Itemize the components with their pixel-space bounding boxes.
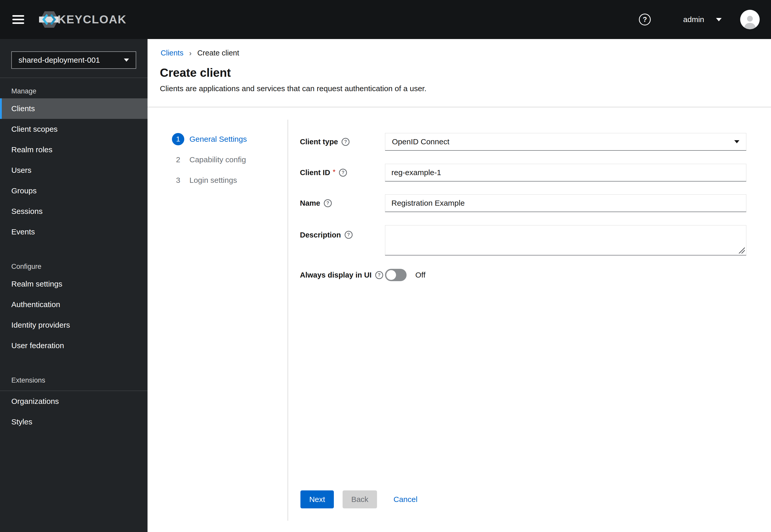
always-display-label: Always display in UI [300,271,372,279]
name-label: Name [300,199,320,207]
page-subtitle: Clients are applications and services th… [160,84,426,93]
always-display-row: Always display in UI ? Off [300,269,746,281]
caret-down-icon [124,59,129,62]
brand-wordmark: KEYCLOAK [58,13,127,26]
client-id-row: Client ID * ? [300,164,746,182]
realm-selector[interactable]: shared-deployment-001 [11,51,136,69]
client-type-label: Client type [300,138,338,146]
masthead: KEYCLOAK ? admin [0,0,771,39]
sidebar-item-sessions[interactable]: Sessions [0,201,147,222]
required-asterisk: * [333,168,336,176]
wizard-step-login-settings: 3 Login settings [172,170,237,191]
keycloak-admin-console: KEYCLOAK ? admin shared-deployment-001 [0,0,771,532]
client-type-select[interactable]: OpenID Connect [385,133,746,151]
client-type-label-group: Client type ? [300,133,385,151]
cancel-link[interactable]: Cancel [393,495,417,504]
realm-selector-value: shared-deployment-001 [18,56,100,64]
sidebar-item-realm-settings[interactable]: Realm settings [0,274,147,294]
user-menu-dropdown[interactable]: admin [683,15,722,24]
masthead-utilities: ? admin [639,10,760,29]
description-row: Description ? [300,225,746,255]
breadcrumb: Clients › Create client [160,49,239,57]
client-type-selected-value: OpenID Connect [392,137,449,146]
user-avatar-icon [742,14,758,29]
next-button[interactable]: Next [301,490,334,508]
brand-logo: KEYCLOAK [39,8,127,31]
sidebar-item-styles[interactable]: Styles [0,412,147,432]
client-id-label: Client ID [300,168,330,177]
description-label: Description [300,231,341,239]
help-icon: ? [643,16,647,24]
nav-toggle-button[interactable] [12,15,24,24]
caret-down-icon [716,18,722,21]
caret-down-icon [734,140,739,143]
nav-section-title: Manage [0,78,147,98]
wizard-footer-actions: Next Back Cancel [301,490,417,508]
always-display-toggle[interactable] [385,269,407,281]
username-label: admin [683,15,704,24]
hamburger-icon [12,15,24,17]
sidebar-item-groups[interactable]: Groups [0,181,147,201]
nav-section-configure: Configure Realm settings Authentication … [0,242,147,356]
step-number: 2 [172,155,184,164]
help-icon[interactable]: ? [339,169,347,177]
help-button[interactable]: ? [639,14,651,25]
nav-section-title: Configure [0,242,147,274]
step-label: General Settings [189,135,247,144]
main-content: Clients › Create client Create client Cl… [147,39,771,532]
breadcrumb-clients-link[interactable]: Clients [160,49,183,57]
always-display-label-group: Always display in UI ? [300,269,385,281]
step-number: 3 [172,176,184,185]
step-label: Login settings [189,176,237,185]
wizard-step-general-settings[interactable]: 1 General Settings [172,129,247,149]
sidebar-item-user-federation[interactable]: User federation [0,335,147,356]
sidebar-item-events[interactable]: Events [0,222,147,242]
help-icon[interactable]: ? [375,271,383,279]
name-row: Name ? [300,194,746,212]
name-label-group: Name ? [300,194,385,212]
description-label-group: Description ? [300,225,385,255]
nav-section-title: Extensions [0,356,147,391]
page-header-divider [147,107,771,107]
chevron-right-icon: › [189,49,192,57]
page-title: Create client [160,66,231,80]
name-input[interactable] [385,194,746,212]
help-icon[interactable]: ? [345,231,353,239]
client-type-row: Client type ? OpenID Connect [300,133,746,151]
breadcrumb-current: Create client [198,49,239,57]
wizard-step-capability-config: 2 Capability config [172,149,246,170]
avatar[interactable] [740,10,760,29]
client-id-input[interactable] [385,164,746,182]
toggle-state-label: Off [415,271,425,279]
help-icon[interactable]: ? [342,138,350,146]
sidebar-item-authentication[interactable]: Authentication [0,294,147,315]
help-icon[interactable]: ? [324,199,332,207]
sidebar-item-client-scopes[interactable]: Client scopes [0,119,147,139]
step-label: Capability config [189,155,246,164]
toggle-knob [386,270,396,280]
sidebar-item-users[interactable]: Users [0,160,147,181]
back-button[interactable]: Back [343,490,377,508]
sidebar-item-clients[interactable]: Clients [0,98,147,119]
sidebar-item-organizations[interactable]: Organizations [0,391,147,412]
nav-section-manage: Manage Clients Client scopes Realm roles… [0,78,147,242]
nav-section-extensions: Extensions Organizations Styles [0,356,147,432]
description-textarea[interactable] [385,225,746,255]
step-number-badge: 1 [172,133,184,145]
sidebar-item-realm-roles[interactable]: Realm roles [0,139,147,160]
keycloak-logo-icon [39,8,60,31]
wizard-divider [288,120,288,521]
sidebar-item-identity-providers[interactable]: Identity providers [0,315,147,335]
client-id-label-group: Client ID * ? [300,164,385,182]
sidebar-nav: shared-deployment-001 Manage Clients Cli… [0,39,147,532]
